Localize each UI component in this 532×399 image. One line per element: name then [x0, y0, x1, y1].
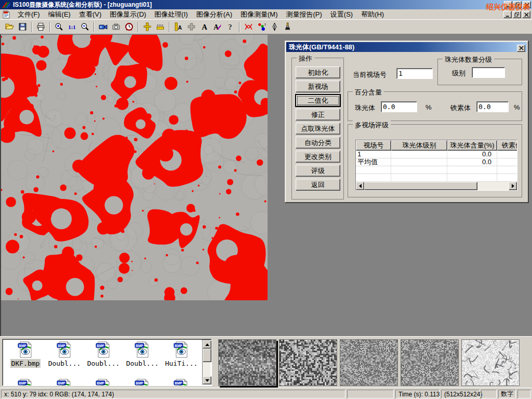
menu-view[interactable]: 查看(V) — [75, 9, 105, 20]
ruler-button[interactable] — [154, 21, 167, 33]
file-item[interactable]: BMPDoubl... — [85, 341, 122, 367]
thumbnail-5[interactable] — [461, 339, 520, 386]
restore-icon — [514, 12, 520, 17]
ferrite-percent-input[interactable] — [476, 101, 509, 112]
zoom-out-button[interactable] — [78, 21, 91, 33]
file-item[interactable]: BMP — [7, 379, 44, 386]
col-pearlite-grade[interactable]: 珠光体级别 — [391, 140, 447, 151]
auto-classify-button[interactable]: 自动分类 — [296, 137, 340, 149]
dialog-title-bar[interactable]: 珠光体(GB/T9441-88) — [286, 42, 527, 52]
text-button[interactable]: A — [198, 21, 211, 33]
measure-text-button[interactable]: A — [172, 21, 185, 33]
correct-button[interactable]: 修正 — [296, 109, 340, 121]
dialog-title: 珠光体(GB/T9441-88) — [289, 43, 354, 52]
table-hscrollbar[interactable] — [356, 182, 517, 190]
svg-text:A: A — [178, 24, 182, 31]
pen-button[interactable] — [268, 21, 281, 33]
cell-ferrite — [497, 158, 517, 166]
file-item[interactable]: BMP — [124, 379, 161, 386]
menu-image-display[interactable]: 图像显示(D) — [105, 9, 150, 20]
scroll-down-button[interactable] — [203, 376, 211, 384]
col-pearlite-content[interactable]: 珠光体含量(%) — [447, 140, 497, 151]
file-item[interactable]: BMPHuiTi... — [163, 341, 200, 367]
pick-pearlite-button[interactable]: 点取珠光体 — [296, 123, 340, 135]
table-row[interactable]: 1 0.0 — [356, 151, 517, 158]
scroll-left-button[interactable] — [356, 182, 364, 190]
dialog-close-button[interactable] — [517, 45, 525, 52]
bmp-file-icon: BMP — [17, 341, 34, 358]
menu-settings[interactable]: 设置(S) — [326, 9, 357, 20]
document-icon[interactable] — [2, 10, 10, 19]
grade-input[interactable] — [472, 67, 505, 78]
app-logo-icon — [2, 1, 11, 8]
open-button[interactable] — [3, 21, 16, 33]
svg-text:BMP: BMP — [58, 381, 65, 385]
curve-tool-button[interactable] — [242, 21, 255, 33]
file-item[interactable]: BMP — [46, 379, 83, 386]
print-icon — [36, 22, 45, 31]
child-close-button[interactable] — [522, 11, 530, 18]
svg-text:A: A — [214, 23, 219, 31]
return-button[interactable]: 返回 — [296, 179, 340, 191]
zoom-in-icon — [55, 22, 63, 31]
menu-edit[interactable]: 编辑(E) — [44, 9, 75, 20]
file-item[interactable]: BMP — [163, 379, 200, 386]
zoom-in-button[interactable] — [52, 21, 65, 33]
print-button[interactable] — [34, 21, 47, 33]
menu-image-processing[interactable]: 图像处理(I) — [150, 9, 192, 20]
caliper-measure-button[interactable] — [141, 21, 154, 33]
svg-text:BMP: BMP — [19, 344, 26, 348]
menu-help[interactable]: 帮助(H) — [357, 9, 388, 20]
help-button[interactable]: ? — [224, 21, 237, 33]
grade-group-label: 珠光体数量分级 — [443, 55, 494, 64]
file-item[interactable]: BMPDKF.bmp — [7, 341, 44, 367]
pearlite-percent-input[interactable] — [381, 101, 417, 112]
col-ferrite[interactable]: 铁素体 — [497, 140, 517, 151]
svg-text:BMP: BMP — [175, 381, 182, 385]
timer-button[interactable] — [123, 21, 136, 33]
file-item[interactable]: BMPDoubl... — [124, 341, 161, 367]
thumbnail-3[interactable] — [340, 339, 398, 386]
menu-image-analysis[interactable]: 图像分析(A) — [192, 9, 236, 20]
scroll-thumb[interactable] — [203, 349, 211, 362]
bmp-file-icon: BMP — [173, 379, 190, 386]
title-bar: IS100显微摄像系统(金相分析版) - [zhuguangti01] — [0, 0, 532, 9]
current-field-input[interactable] — [396, 68, 433, 79]
brush-button[interactable] — [281, 21, 294, 33]
classify-particles-button[interactable]: 3 — [255, 21, 268, 33]
scroll-thumb[interactable] — [364, 182, 477, 190]
scroll-right-button[interactable] — [509, 182, 517, 190]
thumbnail-1[interactable] — [218, 339, 276, 386]
metallographic-image[interactable] — [1, 35, 268, 300]
file-item[interactable]: BMP — [85, 379, 122, 386]
child-restore-button[interactable] — [513, 11, 521, 18]
binarize-button[interactable]: 二值化 — [296, 95, 340, 107]
video-capture-button[interactable] — [97, 21, 110, 33]
scroll-up-button[interactable] — [203, 340, 211, 349]
change-class-button[interactable]: 更改类别 — [296, 151, 340, 163]
menu-image-measure[interactable]: 图像测量(M) — [236, 9, 282, 20]
rate-button[interactable]: 评级 — [296, 165, 340, 177]
crosshair-button[interactable] — [185, 21, 198, 33]
annotate-button[interactable]: A — [211, 21, 224, 33]
pen-icon — [270, 22, 279, 31]
menu-file[interactable]: 文件(F) — [14, 9, 44, 20]
thumbnail-2[interactable] — [279, 339, 337, 386]
save-button[interactable] — [16, 21, 29, 33]
bmp-file-icon: BMP — [56, 341, 73, 358]
init-button[interactable]: 初始化 — [296, 66, 340, 78]
new-field-button[interactable]: 新视场 — [296, 81, 340, 92]
file-item[interactable]: BMPDoubl... — [46, 341, 83, 367]
thumbnail-4[interactable] — [401, 339, 459, 386]
actual-size-button[interactable]: 1:1 — [65, 21, 78, 33]
bottom-panel: BMPDKF.bmpBMPDoubl...BMPDoubl...BMPDoubl… — [0, 336, 532, 388]
down-arrow-icon — [205, 379, 209, 382]
snapshot-button[interactable] — [110, 21, 123, 33]
right-arrow-icon — [512, 184, 514, 188]
file-list-scrollbar[interactable] — [202, 340, 211, 385]
col-field-number[interactable]: 视场号 — [356, 140, 391, 151]
left-arrow-icon — [359, 184, 362, 188]
table-row[interactable]: 平均值 0.0 — [356, 158, 517, 166]
menu-measure-report[interactable]: 测量报告(P) — [282, 9, 326, 20]
child-minimize-button[interactable] — [503, 11, 512, 18]
